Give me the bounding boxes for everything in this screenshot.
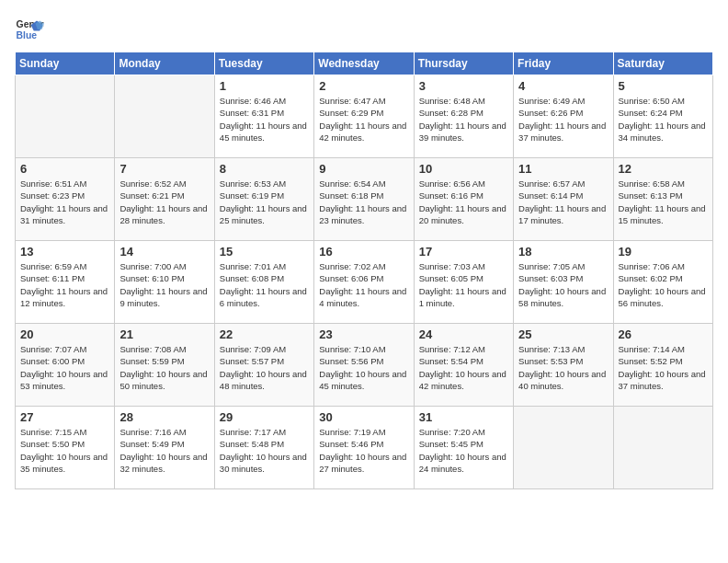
- weekday-header: Monday: [115, 52, 214, 75]
- weekday-header: Saturday: [613, 52, 712, 75]
- calendar-cell: 5Sunrise: 6:50 AM Sunset: 6:24 PM Daylig…: [613, 75, 712, 158]
- day-number: 26: [619, 327, 708, 341]
- calendar-cell: 28Sunrise: 7:16 AM Sunset: 5:49 PM Dayli…: [115, 407, 214, 489]
- day-number: 20: [20, 327, 109, 341]
- day-number: 31: [419, 410, 508, 424]
- day-info: Sunrise: 7:10 AM Sunset: 5:56 PM Dayligh…: [319, 343, 408, 392]
- day-number: 17: [419, 245, 508, 259]
- day-info: Sunrise: 6:59 AM Sunset: 6:11 PM Dayligh…: [20, 260, 109, 309]
- header-row: SundayMondayTuesdayWednesdayThursdayFrid…: [16, 52, 713, 75]
- calendar-cell: 4Sunrise: 6:49 AM Sunset: 6:26 PM Daylig…: [514, 75, 613, 158]
- page-header: General Blue: [15, 15, 713, 44]
- day-info: Sunrise: 7:17 AM Sunset: 5:48 PM Dayligh…: [220, 426, 309, 475]
- day-number: 16: [319, 245, 408, 259]
- day-number: 2: [319, 79, 408, 93]
- calendar-cell: [115, 75, 214, 158]
- day-number: 11: [518, 162, 608, 176]
- day-info: Sunrise: 6:50 AM Sunset: 6:24 PM Dayligh…: [619, 95, 708, 144]
- day-number: 15: [220, 245, 309, 259]
- day-info: Sunrise: 7:09 AM Sunset: 5:57 PM Dayligh…: [220, 343, 309, 392]
- calendar-cell: 13Sunrise: 6:59 AM Sunset: 6:11 PM Dayli…: [16, 241, 115, 324]
- day-info: Sunrise: 6:46 AM Sunset: 6:31 PM Dayligh…: [220, 95, 309, 144]
- day-number: 14: [119, 245, 209, 259]
- svg-text:Blue: Blue: [17, 30, 38, 40]
- day-info: Sunrise: 7:05 AM Sunset: 6:03 PM Dayligh…: [518, 260, 608, 309]
- calendar-cell: 10Sunrise: 6:56 AM Sunset: 6:16 PM Dayli…: [414, 158, 513, 241]
- day-number: 28: [119, 410, 209, 424]
- calendar-cell: 24Sunrise: 7:12 AM Sunset: 5:54 PM Dayli…: [414, 324, 513, 407]
- day-number: 30: [319, 410, 408, 424]
- day-number: 13: [20, 245, 109, 259]
- calendar-cell: 6Sunrise: 6:51 AM Sunset: 6:23 PM Daylig…: [16, 158, 115, 241]
- calendar-cell: [613, 407, 712, 489]
- day-info: Sunrise: 7:13 AM Sunset: 5:53 PM Dayligh…: [518, 343, 608, 392]
- day-number: 6: [20, 162, 109, 176]
- day-info: Sunrise: 7:00 AM Sunset: 6:10 PM Dayligh…: [119, 260, 209, 309]
- day-number: 3: [419, 79, 508, 93]
- calendar-cell: 27Sunrise: 7:15 AM Sunset: 5:50 PM Dayli…: [16, 407, 115, 489]
- calendar-cell: 17Sunrise: 7:03 AM Sunset: 6:05 PM Dayli…: [414, 241, 513, 324]
- day-number: 27: [20, 410, 109, 424]
- calendar-cell: [16, 75, 115, 158]
- calendar-cell: 1Sunrise: 6:46 AM Sunset: 6:31 PM Daylig…: [214, 75, 313, 158]
- calendar-cell: 18Sunrise: 7:05 AM Sunset: 6:03 PM Dayli…: [514, 241, 613, 324]
- calendar-cell: 20Sunrise: 7:07 AM Sunset: 6:00 PM Dayli…: [16, 324, 115, 407]
- day-info: Sunrise: 7:12 AM Sunset: 5:54 PM Dayligh…: [419, 343, 508, 392]
- day-number: 8: [220, 162, 309, 176]
- day-number: 12: [619, 162, 708, 176]
- day-info: Sunrise: 6:52 AM Sunset: 6:21 PM Dayligh…: [119, 178, 209, 226]
- day-info: Sunrise: 7:19 AM Sunset: 5:46 PM Dayligh…: [319, 426, 408, 475]
- calendar-cell: 23Sunrise: 7:10 AM Sunset: 5:56 PM Dayli…: [314, 324, 414, 407]
- calendar-week-row: 20Sunrise: 7:07 AM Sunset: 6:00 PM Dayli…: [16, 324, 713, 407]
- calendar-cell: 11Sunrise: 6:57 AM Sunset: 6:14 PM Dayli…: [514, 158, 613, 241]
- day-number: 4: [518, 79, 608, 93]
- day-info: Sunrise: 7:07 AM Sunset: 6:00 PM Dayligh…: [20, 343, 109, 392]
- day-info: Sunrise: 7:06 AM Sunset: 6:02 PM Dayligh…: [619, 260, 708, 309]
- calendar-cell: 21Sunrise: 7:08 AM Sunset: 5:59 PM Dayli…: [115, 324, 214, 407]
- day-info: Sunrise: 6:57 AM Sunset: 6:14 PM Dayligh…: [518, 178, 608, 226]
- weekday-header: Sunday: [16, 52, 115, 75]
- day-info: Sunrise: 7:08 AM Sunset: 5:59 PM Dayligh…: [119, 343, 209, 392]
- day-number: 23: [319, 327, 408, 341]
- calendar-week-row: 27Sunrise: 7:15 AM Sunset: 5:50 PM Dayli…: [16, 407, 713, 489]
- calendar-cell: 25Sunrise: 7:13 AM Sunset: 5:53 PM Dayli…: [514, 324, 613, 407]
- day-info: Sunrise: 7:20 AM Sunset: 5:45 PM Dayligh…: [419, 426, 508, 475]
- day-number: 19: [619, 245, 708, 259]
- logo-icon: General Blue: [15, 15, 44, 44]
- weekday-header: Tuesday: [214, 52, 313, 75]
- calendar-cell: 8Sunrise: 6:53 AM Sunset: 6:19 PM Daylig…: [214, 158, 313, 241]
- calendar-table: SundayMondayTuesdayWednesdayThursdayFrid…: [15, 52, 713, 489]
- day-info: Sunrise: 6:58 AM Sunset: 6:13 PM Dayligh…: [619, 178, 708, 226]
- day-info: Sunrise: 7:14 AM Sunset: 5:52 PM Dayligh…: [619, 343, 708, 392]
- calendar-cell: 14Sunrise: 7:00 AM Sunset: 6:10 PM Dayli…: [115, 241, 214, 324]
- day-number: 18: [518, 245, 608, 259]
- calendar-cell: 12Sunrise: 6:58 AM Sunset: 6:13 PM Dayli…: [613, 158, 712, 241]
- day-info: Sunrise: 7:02 AM Sunset: 6:06 PM Dayligh…: [319, 260, 408, 309]
- calendar-cell: 7Sunrise: 6:52 AM Sunset: 6:21 PM Daylig…: [115, 158, 214, 241]
- day-info: Sunrise: 6:48 AM Sunset: 6:28 PM Dayligh…: [419, 95, 508, 144]
- weekday-header: Thursday: [414, 52, 513, 75]
- weekday-header: Friday: [514, 52, 613, 75]
- day-number: 10: [419, 162, 508, 176]
- calendar-cell: 15Sunrise: 7:01 AM Sunset: 6:08 PM Dayli…: [214, 241, 313, 324]
- calendar-cell: 29Sunrise: 7:17 AM Sunset: 5:48 PM Dayli…: [214, 407, 313, 489]
- day-info: Sunrise: 7:03 AM Sunset: 6:05 PM Dayligh…: [419, 260, 508, 309]
- day-number: 7: [119, 162, 209, 176]
- calendar-week-row: 6Sunrise: 6:51 AM Sunset: 6:23 PM Daylig…: [16, 158, 713, 241]
- calendar-cell: 31Sunrise: 7:20 AM Sunset: 5:45 PM Dayli…: [414, 407, 513, 489]
- day-number: 29: [220, 410, 309, 424]
- calendar-cell: 26Sunrise: 7:14 AM Sunset: 5:52 PM Dayli…: [613, 324, 712, 407]
- calendar-cell: 2Sunrise: 6:47 AM Sunset: 6:29 PM Daylig…: [314, 75, 414, 158]
- day-info: Sunrise: 6:54 AM Sunset: 6:18 PM Dayligh…: [319, 178, 408, 226]
- day-info: Sunrise: 6:56 AM Sunset: 6:16 PM Dayligh…: [419, 178, 508, 226]
- calendar-cell: 9Sunrise: 6:54 AM Sunset: 6:18 PM Daylig…: [314, 158, 414, 241]
- day-number: 5: [619, 79, 708, 93]
- day-number: 25: [518, 327, 608, 341]
- calendar-cell: [514, 407, 613, 489]
- day-info: Sunrise: 7:01 AM Sunset: 6:08 PM Dayligh…: [220, 260, 309, 309]
- calendar-week-row: 1Sunrise: 6:46 AM Sunset: 6:31 PM Daylig…: [16, 75, 713, 158]
- calendar-cell: 19Sunrise: 7:06 AM Sunset: 6:02 PM Dayli…: [613, 241, 712, 324]
- day-info: Sunrise: 6:51 AM Sunset: 6:23 PM Dayligh…: [20, 178, 109, 226]
- calendar-week-row: 13Sunrise: 6:59 AM Sunset: 6:11 PM Dayli…: [16, 241, 713, 324]
- logo: General Blue: [15, 15, 48, 44]
